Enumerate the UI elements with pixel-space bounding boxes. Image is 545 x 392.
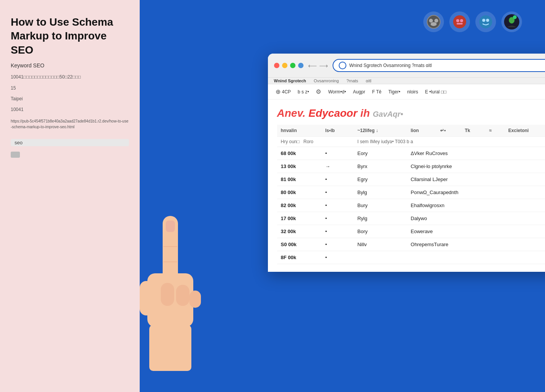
svg-rect-15 (147, 273, 193, 327)
col-header-5: ↵• (436, 125, 461, 137)
cell-dot-1: → (321, 160, 354, 173)
sidebar-title: How to Use Schema Markup to Improve SEO (11, 15, 129, 57)
toolbar-label-1: 4CP (282, 89, 291, 95)
title-part3: ih (360, 107, 370, 119)
col-header-8: Excietoni (504, 125, 545, 137)
main-area: ⟵ ⟶ Wnind Sgrotech Ovsamroning ?rnats αi… (140, 0, 545, 392)
tab-3[interactable]: ?rnats (346, 78, 358, 83)
svg-point-1 (429, 19, 433, 23)
table-header-row: hnvalin ls•lb ~12lifeg ↓ lion ↵• Tk ≈ Ex… (277, 125, 545, 137)
svg-rect-16 (140, 281, 153, 315)
cell-col2-5: Rylg (354, 212, 407, 225)
title-part4: GavAqr• (373, 110, 403, 118)
toolbar-label-tiger: Tiger• (388, 89, 400, 95)
browser-window: ⟵ ⟶ Wnind Sgrotech Ovsamroning ?rnats αi… (268, 54, 545, 272)
toolbar-item-1[interactable]: ⊕ 4CP (276, 88, 291, 95)
nav-forward-icon[interactable]: ⟶ (319, 62, 328, 69)
toolbar-label-worm: Worm•d• (328, 89, 346, 95)
tl-blue[interactable] (298, 63, 304, 68)
sidebar-tag[interactable]: seo (11, 139, 129, 146)
toolbar-icon-3: ⚙ (316, 88, 321, 95)
cell-num-0: 68 00k (277, 147, 321, 160)
cell-col3-7: OhrepemsTurare (407, 238, 545, 251)
title-part1: Anev. (277, 107, 306, 119)
cell-col2-7: Nillv (354, 238, 407, 251)
tab-1[interactable]: Wnind Sgrotech (274, 78, 306, 83)
svg-rect-20 (149, 325, 191, 371)
table-row: 8F 00k • (277, 251, 545, 264)
svg-point-2 (434, 19, 438, 23)
icon-circle-3[interactable] (475, 11, 496, 32)
tl-green[interactable] (290, 63, 295, 68)
browser-toolbar: ⊕ 4CP b s z• ⚙ Worm•d• Augpr F Tē Tiger• (268, 84, 545, 100)
table-subheader-row: Hry oun□ Roro I sem IMey iudya• T003 b a (277, 137, 545, 147)
content-title: Anev. Edycaoor ih GavAqr• (277, 107, 545, 119)
sidebar-meta-line3: Taipei (11, 95, 129, 103)
col-header-6: Tk (461, 125, 486, 137)
cell-dot-4: • (321, 199, 354, 212)
table-row: 68 00k • Eory ΔVker RuCroves (277, 147, 545, 160)
cell-dot-8: • (321, 251, 354, 264)
cell-col3-8 (407, 251, 545, 264)
icon-circle-4[interactable] (501, 11, 522, 32)
nav-buttons: ⟵ ⟶ (308, 62, 328, 69)
toolbar-item-nloirs[interactable]: nloirs (407, 89, 418, 95)
cell-col2-8 (354, 251, 407, 264)
toolbar-item-worm[interactable]: Worm•d• (328, 89, 346, 95)
nav-back-icon[interactable]: ⟵ (308, 62, 317, 69)
sidebar: How to Use Schema Markup to Improve SEO … (0, 0, 140, 392)
title-part2: Edycaoor (308, 107, 357, 119)
cell-col2-0: Eory (354, 147, 407, 160)
address-bar[interactable]: Wnind Sgrotech Ovsamroning ?rnats αitl (333, 59, 545, 72)
cell-dot-7: • (321, 238, 354, 251)
sidebar-meta-line4: 10041 (11, 106, 129, 113)
icon-circle-1[interactable] (423, 11, 444, 32)
svg-point-0 (427, 15, 440, 28)
top-right-icons (423, 11, 522, 32)
cell-col2-1: Byrx (354, 160, 407, 173)
toolbar-label-te: F Tē (372, 89, 381, 95)
tl-yellow[interactable] (282, 63, 287, 68)
cell-col3-6: Eowerave (407, 225, 545, 238)
toolbar-label-nloirs: nloirs (407, 89, 418, 95)
tab-2[interactable]: Ovsamroning (314, 78, 339, 83)
cell-num-7: S0 00k (277, 238, 321, 251)
cell-dot-0: • (321, 147, 354, 160)
cell-num-4: 82 00k (277, 199, 321, 212)
toolbar-item-tiger[interactable]: Tiger• (388, 89, 400, 95)
icon-circle-2[interactable] (449, 11, 470, 32)
cell-num-1: 13 00k (277, 160, 321, 173)
svg-rect-21 (166, 220, 175, 232)
table-row: 82 00k • Bury Ehalfowigrosxn (277, 199, 545, 212)
table-row: 81 00k • Egry Cllarsinal LJeper (277, 173, 545, 186)
svg-point-3 (431, 22, 437, 26)
table-row: 80 00k • Bylg PonwΩ_Caurapednth (277, 186, 545, 199)
toolbar-item-augpr[interactable]: Augpr (353, 89, 365, 95)
table-row: S0 00k • Nillv OhrepemsTurare (277, 238, 545, 251)
tab-4[interactable]: αitl (366, 78, 371, 83)
svg-rect-7 (457, 23, 463, 24)
svg-point-10 (486, 19, 489, 22)
svg-rect-17 (161, 283, 174, 306)
tl-red[interactable] (274, 63, 279, 68)
svg-point-8 (479, 15, 492, 28)
sidebar-url: https://pub-5c454f571b8e40a3a2aad27ade84… (11, 118, 129, 130)
svg-point-5 (456, 19, 459, 22)
cell-num-2: 81 00k (277, 173, 321, 186)
toolbar-item-3[interactable]: ⚙ (316, 88, 321, 95)
cell-col3-0: ΔVker RuCroves (407, 147, 545, 160)
cell-col3-2: Cllarsinal LJeper (407, 173, 545, 186)
col-header-7: ≈ (485, 125, 504, 137)
table-row: 13 00k → Byrx Clgnei-lo ptolynrke (277, 160, 545, 173)
cell-col3-1: Clgnei-lo ptolynrke (407, 160, 545, 173)
toolbar-item-2[interactable]: b s z• (298, 89, 309, 95)
table-row: 17 00k • Rylg Dalywo (277, 212, 545, 225)
cell-num-3: 80 00k (277, 186, 321, 199)
cell-col3-5: Dalywo (407, 212, 545, 225)
toolbar-item-te[interactable]: F Tē (372, 89, 381, 95)
cell-num-5: 17 00k (277, 212, 321, 225)
table-row: 32 00k • Bory Eowerave (277, 225, 545, 238)
browser-chrome: ⟵ ⟶ Wnind Sgrotech Ovsamroning ?rnats αi… (268, 54, 545, 78)
browser-tabs-bar: Wnind Sgrotech Ovsamroning ?rnats αitl (268, 78, 545, 84)
toolbar-item-lural[interactable]: E •lural □□ (425, 89, 447, 95)
